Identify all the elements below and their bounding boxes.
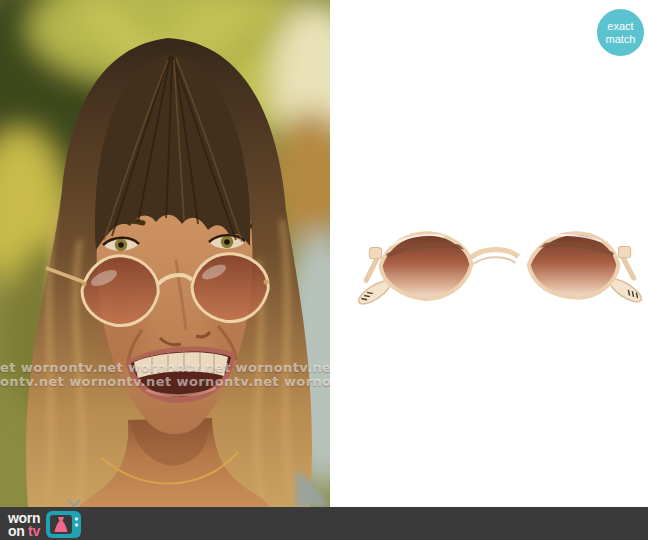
logo-text: worn on tv: [8, 512, 40, 538]
screenshot-illustration: [0, 0, 330, 507]
tv-icon: [45, 510, 83, 540]
wornontv-match-page: et wornontv.net wornontv.net wornontv.ne…: [0, 0, 648, 540]
product-sunglasses-illustration: [352, 223, 648, 315]
logo-word-on: on: [8, 523, 25, 539]
product-image[interactable]: [352, 223, 648, 315]
badge-line1: exact: [607, 20, 633, 33]
tv-show-screenshot[interactable]: et wornontv.net wornontv.net wornontv.ne…: [0, 0, 330, 507]
exact-match-badge: exact match: [597, 9, 644, 56]
wornontv-logo[interactable]: worn on tv: [8, 510, 83, 540]
logo-bar: worn on tv: [0, 507, 648, 540]
logo-word-tv: tv: [28, 523, 40, 539]
chevron-down-icon[interactable]: [67, 499, 81, 508]
badge-line2: match: [606, 33, 636, 46]
